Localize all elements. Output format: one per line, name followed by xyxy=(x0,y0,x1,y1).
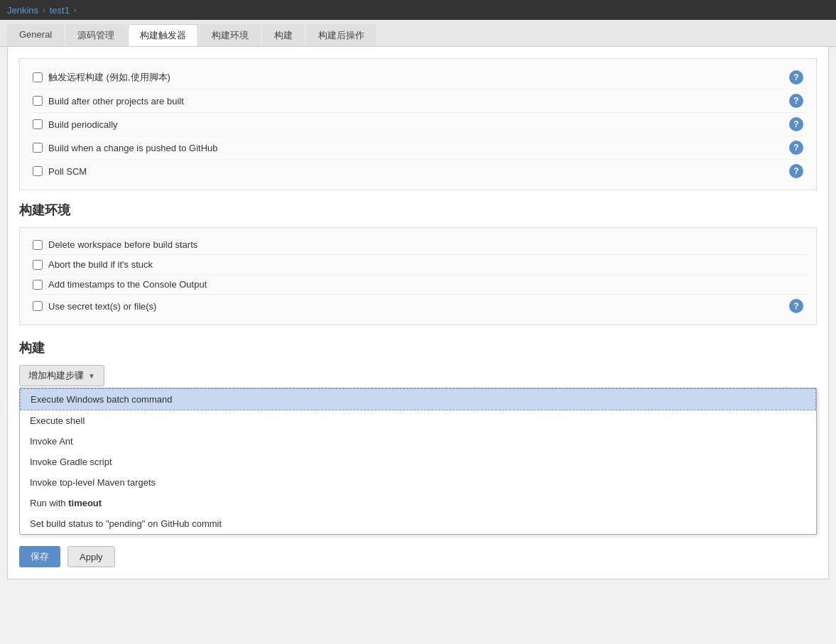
env-delete-workspace: Delete workspace before build starts xyxy=(30,235,806,255)
trigger-remote-help[interactable]: ? xyxy=(789,70,803,84)
trigger-github-push-checkbox[interactable] xyxy=(33,143,43,153)
build-section: 构建 增加构建步骤 ▼ Execute Windows batch comman… xyxy=(19,339,817,535)
build-env-section: 构建环境 Delete workspace before build start… xyxy=(19,202,817,325)
dropdown-item-run-timeout[interactable]: Run with timeout xyxy=(20,493,816,513)
trigger-poll-scm-help[interactable]: ? xyxy=(789,164,803,178)
dropdown-item-build-status[interactable]: Set build status to "pending" on GitHub … xyxy=(20,513,816,534)
trigger-poll-scm-checkbox[interactable] xyxy=(33,166,43,176)
build-section-title: 构建 xyxy=(19,339,817,356)
dropdown-item-exec-shell[interactable]: Execute shell xyxy=(20,410,816,431)
trigger-poll-scm-label: Poll SCM xyxy=(48,166,87,177)
main-panel: 触发远程构建 (例如,使用脚本) ? Build after other pro… xyxy=(7,47,829,579)
jenkins-link[interactable]: Jenkins xyxy=(7,5,38,16)
apply-button[interactable]: Apply xyxy=(67,546,115,567)
trigger-after-other-label: Build after other projects are built xyxy=(48,96,184,107)
env-delete-workspace-label: Delete workspace before build starts xyxy=(48,239,197,250)
trigger-remote-checkbox[interactable] xyxy=(33,72,43,82)
bottom-buttons: 保存 Apply xyxy=(19,546,817,567)
env-timestamps-label: Add timestamps to the Console Output xyxy=(48,279,207,290)
env-secret-text: Use secret text(s) or file(s) ? xyxy=(30,295,806,317)
env-items: Delete workspace before build starts Abo… xyxy=(19,227,817,325)
env-abort-stuck: Abort the build if it's stuck xyxy=(30,255,806,275)
top-bar: Jenkins › test1 › xyxy=(0,0,836,20)
dropdown-item-invoke-gradle[interactable]: Invoke Gradle script xyxy=(20,452,816,472)
trigger-remote-label: 触发远程构建 (例如,使用脚本) xyxy=(48,71,170,84)
tab-build[interactable]: 构建 xyxy=(262,24,305,46)
project-link[interactable]: test1 xyxy=(50,5,70,16)
trigger-periodically-label: Build periodically xyxy=(48,119,118,130)
build-step-dropdown: Execute Windows batch command Execute sh… xyxy=(19,388,817,535)
triggers-section: 触发远程构建 (例如,使用脚本) ? Build after other pro… xyxy=(19,58,817,190)
trigger-after-other-help[interactable]: ? xyxy=(789,94,803,108)
env-abort-stuck-label: Abort the build if it's stuck xyxy=(48,259,153,270)
tab-triggers[interactable]: 构建触发器 xyxy=(128,24,198,46)
env-timestamps-checkbox[interactable] xyxy=(33,280,43,290)
build-env-title: 构建环境 xyxy=(19,202,817,219)
tab-env[interactable]: 构建环境 xyxy=(200,24,261,46)
trigger-remote: 触发远程构建 (例如,使用脚本) ? xyxy=(30,66,806,89)
trigger-github-push-label: Build when a change is pushed to GitHub xyxy=(48,143,218,153)
trigger-periodically-help[interactable]: ? xyxy=(789,117,803,131)
trigger-github-push-help[interactable]: ? xyxy=(789,141,803,155)
tab-post[interactable]: 构建后操作 xyxy=(306,24,376,46)
trigger-github-push: Build when a change is pushed to GitHub … xyxy=(30,136,806,160)
trigger-after-other-checkbox[interactable] xyxy=(33,96,43,106)
save-button[interactable]: 保存 xyxy=(19,546,60,567)
add-build-step-button[interactable]: 增加构建步骤 ▼ xyxy=(19,365,104,386)
dropdown-arrow-icon: ▼ xyxy=(88,372,95,380)
env-abort-stuck-checkbox[interactable] xyxy=(33,260,43,270)
breadcrumb-sep-2: › xyxy=(74,6,77,14)
env-secret-text-checkbox[interactable] xyxy=(33,301,43,311)
env-timestamps: Add timestamps to the Console Output xyxy=(30,275,806,295)
breadcrumb-sep-1: › xyxy=(43,6,45,14)
trigger-poll-scm: Poll SCM ? xyxy=(30,160,806,182)
dropdown-item-maven-targets[interactable]: Invoke top-level Maven targets xyxy=(20,472,816,493)
trigger-periodically: Build periodically ? xyxy=(30,113,806,136)
tab-general[interactable]: General xyxy=(7,24,64,46)
tab-source[interactable]: 源码管理 xyxy=(65,24,126,46)
env-delete-workspace-checkbox[interactable] xyxy=(33,240,43,250)
tabs-bar: General 源码管理 构建触发器 构建环境 构建 构建后操作 xyxy=(0,20,836,47)
env-secret-text-label: Use secret text(s) or file(s) xyxy=(48,301,156,312)
env-secret-text-help[interactable]: ? xyxy=(789,299,803,313)
add-build-step-label: 增加构建步骤 xyxy=(28,369,84,382)
dropdown-item-win-batch[interactable]: Execute Windows batch command xyxy=(20,388,816,410)
dropdown-item-invoke-ant[interactable]: Invoke Ant xyxy=(20,431,816,452)
trigger-after-other: Build after other projects are built ? xyxy=(30,89,806,113)
trigger-periodically-checkbox[interactable] xyxy=(33,119,43,129)
